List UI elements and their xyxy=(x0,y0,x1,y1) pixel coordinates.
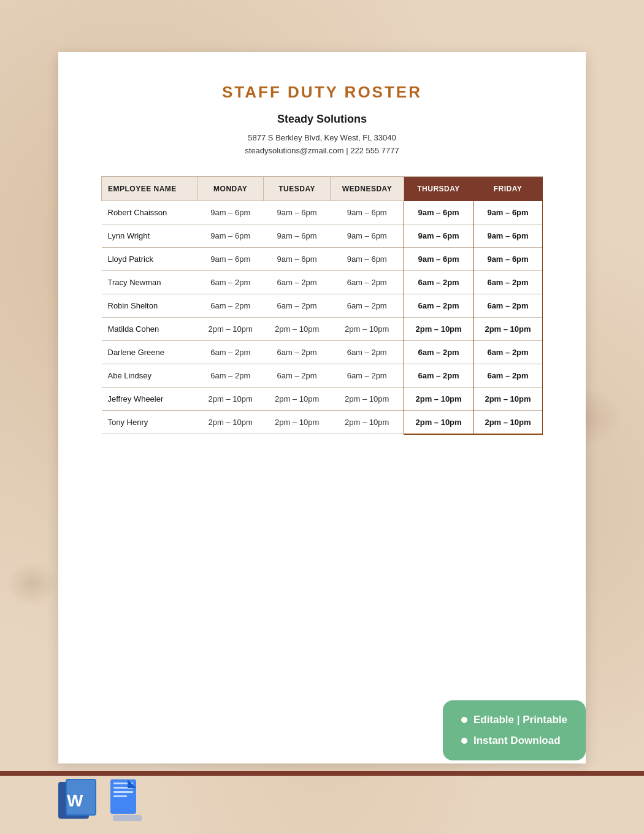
schedule-cell: 6am – 2pm xyxy=(330,270,404,294)
footer-icons: W xyxy=(58,779,144,822)
table-row: Abe Lindsey6am – 2pm6am – 2pm6am – 2pm6a… xyxy=(102,364,543,387)
svg-text:W: W xyxy=(67,791,83,810)
schedule-cell: 2pm – 10pm xyxy=(264,410,330,434)
feature-download: Instant Download xyxy=(461,735,567,747)
schedule-cell: 6am – 2pm xyxy=(404,294,473,317)
company-address: 5877 S Berkley Blvd, Key West, FL 33040 … xyxy=(101,132,543,158)
schedule-cell: 2pm – 10pm xyxy=(404,387,473,410)
schedule-cell: 6am – 2pm xyxy=(330,364,404,387)
col-header-thursday: THURSDAY xyxy=(404,177,473,201)
employee-name: Tony Henry xyxy=(102,410,197,434)
table-header-row: EMPLOYEE NAME MONDAY TUESDAY WEDNESDAY T… xyxy=(102,177,543,201)
schedule-cell: 9am – 6pm xyxy=(330,201,404,224)
schedule-cell: 6am – 2pm xyxy=(264,294,330,317)
employee-name: Jeffrey Wheeler xyxy=(102,387,197,410)
employee-name: Robert Chaisson xyxy=(102,201,197,224)
schedule-cell: 9am – 6pm xyxy=(404,247,473,270)
schedule-cell: 6am – 2pm xyxy=(197,294,264,317)
schedule-cell: 9am – 6pm xyxy=(264,247,330,270)
schedule-cell: 6am – 2pm xyxy=(404,364,473,387)
google-docs-icon xyxy=(110,779,144,821)
employee-name: Tracy Newman xyxy=(102,270,197,294)
employee-name: Matilda Cohen xyxy=(102,317,197,340)
schedule-cell: 9am – 6pm xyxy=(264,201,330,224)
schedule-cell: 9am – 6pm xyxy=(473,201,543,224)
schedule-cell: 6am – 2pm xyxy=(404,340,473,364)
schedule-cell: 2pm – 10pm xyxy=(197,387,264,410)
address-line1: 5877 S Berkley Blvd, Key West, FL 33040 xyxy=(101,132,543,145)
table-row: Lynn Wright9am – 6pm9am – 6pm9am – 6pm9a… xyxy=(102,224,543,247)
bullet-dot xyxy=(461,717,467,723)
employee-name: Abe Lindsey xyxy=(102,364,197,387)
document-title: STAFF DUTY ROSTER xyxy=(101,83,543,102)
table-row: Robert Chaisson9am – 6pm9am – 6pm9am – 6… xyxy=(102,201,543,224)
document-content: STAFF DUTY ROSTER Steady Solutions 5877 … xyxy=(58,52,586,459)
schedule-cell: 9am – 6pm xyxy=(404,201,473,224)
company-name: Steady Solutions xyxy=(101,113,543,126)
schedule-cell: 9am – 6pm xyxy=(473,224,543,247)
table-row: Darlene Greene6am – 2pm6am – 2pm6am – 2p… xyxy=(102,340,543,364)
address-line2: steadysolutions@zmail.com | 222 555 7777 xyxy=(101,145,543,158)
employee-name: Robin Shelton xyxy=(102,294,197,317)
schedule-cell: 6am – 2pm xyxy=(473,294,543,317)
employee-name: Lloyd Patrick xyxy=(102,247,197,270)
schedule-cell: 2pm – 10pm xyxy=(473,387,543,410)
schedule-cell: 9am – 6pm xyxy=(330,247,404,270)
table-row: Robin Shelton6am – 2pm6am – 2pm6am – 2pm… xyxy=(102,294,543,317)
schedule-cell: 2pm – 10pm xyxy=(264,387,330,410)
feature-editable-label: Editable | Printable xyxy=(473,714,567,726)
schedule-cell: 2pm – 10pm xyxy=(197,410,264,434)
schedule-cell: 2pm – 10pm xyxy=(330,387,404,410)
schedule-cell: 6am – 2pm xyxy=(404,270,473,294)
schedule-cell: 6am – 2pm xyxy=(330,294,404,317)
schedule-cell: 2pm – 10pm xyxy=(264,317,330,340)
schedule-cell: 6am – 2pm xyxy=(264,364,330,387)
schedule-cell: 6am – 2pm xyxy=(264,270,330,294)
schedule-cell: 6am – 2pm xyxy=(473,340,543,364)
table-row: Lloyd Patrick9am – 6pm9am – 6pm9am – 6pm… xyxy=(102,247,543,270)
col-header-tuesday: TUESDAY xyxy=(264,177,330,201)
schedule-cell: 2pm – 10pm xyxy=(330,410,404,434)
features-badge: Editable | Printable Instant Download xyxy=(443,700,586,760)
table-row: Jeffrey Wheeler2pm – 10pm2pm – 10pm2pm –… xyxy=(102,387,543,410)
table-row: Tony Henry2pm – 10pm2pm – 10pm2pm – 10pm… xyxy=(102,410,543,434)
schedule-cell: 9am – 6pm xyxy=(330,224,404,247)
schedule-cell: 6am – 2pm xyxy=(330,340,404,364)
table-row: Tracy Newman6am – 2pm6am – 2pm6am – 2pm6… xyxy=(102,270,543,294)
svg-rect-10 xyxy=(113,815,142,821)
schedule-cell: 6am – 2pm xyxy=(473,270,543,294)
feature-editable: Editable | Printable xyxy=(461,714,567,726)
schedule-cell: 9am – 6pm xyxy=(473,247,543,270)
schedule-cell: 9am – 6pm xyxy=(197,224,264,247)
schedule-cell: 6am – 2pm xyxy=(264,340,330,364)
schedule-cell: 2pm – 10pm xyxy=(473,317,543,340)
word-icon: W xyxy=(58,779,98,822)
schedule-cell: 6am – 2pm xyxy=(197,364,264,387)
schedule-cell: 6am – 2pm xyxy=(197,270,264,294)
schedule-cell: 9am – 6pm xyxy=(264,224,330,247)
svg-rect-8 xyxy=(113,795,127,797)
schedule-cell: 9am – 6pm xyxy=(197,247,264,270)
schedule-cell: 2pm – 10pm xyxy=(404,410,473,434)
schedule-cell: 6am – 2pm xyxy=(473,364,543,387)
schedule-cell: 9am – 6pm xyxy=(197,201,264,224)
document-page: STAFF DUTY ROSTER Steady Solutions 5877 … xyxy=(58,52,586,763)
schedule-cell: 2pm – 10pm xyxy=(473,410,543,434)
col-header-monday: MONDAY xyxy=(197,177,264,201)
col-header-name: EMPLOYEE NAME xyxy=(102,177,197,201)
table-row: Matilda Cohen2pm – 10pm2pm – 10pm2pm – 1… xyxy=(102,317,543,340)
schedule-cell: 9am – 6pm xyxy=(404,224,473,247)
schedule-cell: 2pm – 10pm xyxy=(197,317,264,340)
schedule-cell: 2pm – 10pm xyxy=(330,317,404,340)
svg-rect-7 xyxy=(113,791,133,793)
roster-table: EMPLOYEE NAME MONDAY TUESDAY WEDNESDAY T… xyxy=(101,176,543,435)
schedule-cell: 2pm – 10pm xyxy=(404,317,473,340)
bullet-dot-2 xyxy=(461,738,467,744)
bottom-bar xyxy=(0,771,644,776)
employee-name: Darlene Greene xyxy=(102,340,197,364)
col-header-wednesday: WEDNESDAY xyxy=(330,177,404,201)
col-header-friday: FRIDAY xyxy=(473,177,543,201)
feature-download-label: Instant Download xyxy=(473,735,561,747)
employee-name: Lynn Wright xyxy=(102,224,197,247)
schedule-cell: 6am – 2pm xyxy=(197,340,264,364)
